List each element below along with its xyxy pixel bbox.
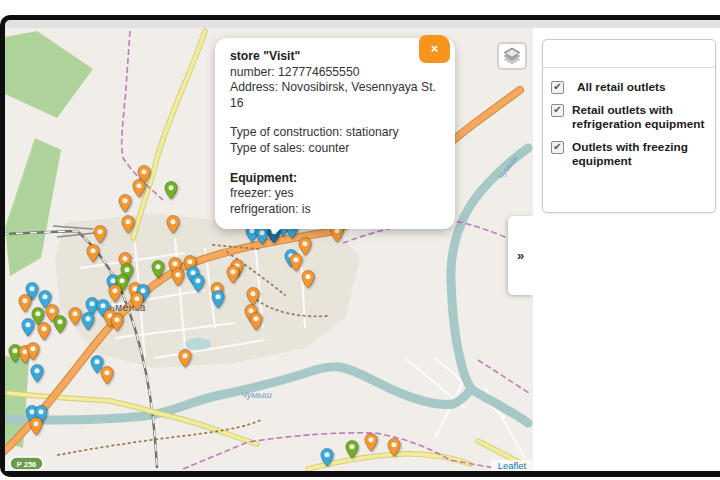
map-marker[interactable] [151,260,165,279]
legend-label: Retail outlets with refrigeration equipm… [572,103,707,131]
checkbox-refrigeration[interactable]: ✔ [551,104,564,117]
attribution: Leaflet [491,460,533,471]
popup-address: Address: Novosibirsk, Vesennyaya St. 16 [230,80,442,111]
map-marker[interactable] [29,417,43,436]
popup-construction: Type of construction: stationary [230,125,442,141]
map-marker[interactable] [68,307,82,326]
map-marker[interactable] [121,215,135,234]
map-marker[interactable] [18,294,32,313]
map-marker[interactable] [53,315,67,334]
map-marker[interactable] [249,312,263,331]
popup-sales: Type of sales: counter [230,141,442,157]
map-marker[interactable] [118,194,132,213]
map-marker[interactable] [387,438,401,457]
map-marker[interactable] [93,225,107,244]
map-marker[interactable] [86,244,100,263]
map-marker[interactable] [81,312,95,331]
legend-label: Outlets with freezing equipment [572,140,707,168]
legend-item-refrigeration: ✔ Retail outlets with refrigeration equi… [551,103,707,131]
checkbox-all-outlets[interactable]: ✔ [551,81,564,94]
sidebar-expand-button[interactable]: » [508,216,533,295]
map-marker[interactable] [164,181,178,200]
legend-item-freezing: ✔ Outlets with freezing equipment [551,140,707,168]
map-marker[interactable] [178,349,192,368]
map-marker[interactable] [130,292,144,311]
popup-title: store "Visit" [230,49,442,65]
popup-freezer: freezer: yes [230,186,442,202]
map-marker[interactable] [345,440,359,459]
leaflet-attribution-link[interactable]: Leaflet [498,460,527,471]
map-marker[interactable] [364,433,378,452]
map-marker[interactable] [108,284,122,303]
map-marker[interactable] [132,179,146,198]
map-marker[interactable] [21,318,35,337]
map-marker[interactable] [30,364,44,383]
layers-control-button[interactable] [497,42,527,70]
filters-sidebar: ✔ All retail outlets ✔ Retail outlets wi… [533,28,720,471]
legend-header [543,40,715,68]
map-marker[interactable] [191,274,205,293]
popup-tail [261,221,289,234]
map-marker[interactable] [100,366,114,385]
checkbox-freezing[interactable]: ✔ [551,141,564,154]
layers-icon [501,45,523,67]
popup-refrigeration: refrigeration: is [230,202,442,218]
popup-equipment-heading: Equipment: [230,171,442,187]
map-marker[interactable] [211,290,225,309]
map-marker[interactable] [301,270,315,289]
map-marker[interactable] [37,322,51,341]
map-marker[interactable] [26,342,40,361]
popup-close-button[interactable]: × [419,35,450,63]
popup-number: number: 127774655550 [230,65,442,81]
legend-item-all-outlets: ✔ All retail outlets [551,80,707,94]
map-marker[interactable] [226,265,240,284]
legend-panel: ✔ All retail outlets ✔ Retail outlets wi… [542,39,716,213]
map[interactable]: Тальменка Чумыш Чумыш Р 256 Leaflet » st… [5,28,533,471]
map-marker[interactable] [171,268,185,287]
river-label: Чумыш [241,390,272,400]
map-marker[interactable] [110,313,124,332]
svg-text:Р 256: Р 256 [17,460,37,469]
store-popup: store "Visit" number: 127774655550 Addre… [215,38,455,229]
chevron-right-icon: » [517,248,524,263]
map-marker[interactable] [166,215,180,234]
road-shield: Р 256 [10,457,43,470]
legend-label: All retail outlets [577,80,666,94]
map-marker[interactable] [320,448,334,467]
